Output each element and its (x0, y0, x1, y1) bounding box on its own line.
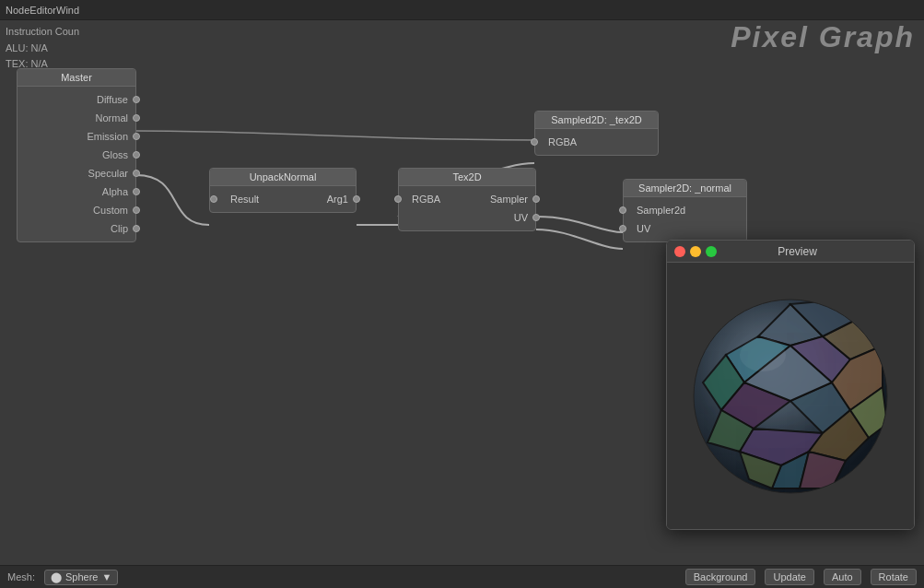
preview-content (667, 263, 914, 529)
sampler2d-header: Sampler2D: _normal (624, 180, 746, 197)
tex2d-header: Tex2D (399, 169, 535, 186)
background-button[interactable]: Background (685, 569, 756, 585)
node-canvas: Master Diffuse Normal Emission Gloss Spe… (0, 20, 924, 553)
tex2d-uv-row: UV (399, 208, 535, 227)
unpacknormal-header: UnpackNormal (210, 169, 356, 186)
alpha-output-port[interactable] (133, 188, 140, 195)
sphere-icon: ⬤ (51, 571, 62, 583)
master-port-emission: Emission (18, 127, 135, 146)
tex2d-rgba-input-port[interactable] (394, 195, 402, 203)
clip-output-port[interactable] (133, 225, 140, 232)
unpacknormal-body: Result Arg1 (210, 186, 356, 212)
sampler2d-sampler-input-port[interactable] (619, 206, 626, 214)
arg1-output-port[interactable] (353, 195, 360, 203)
sampler2d-body: Sampler2d UV (624, 197, 746, 241)
close-button[interactable] (674, 246, 685, 257)
auto-button[interactable]: Auto (824, 569, 861, 585)
sampler2d-node[interactable]: Sampler2D: _normal Sampler2d UV (623, 179, 747, 242)
master-port-normal: Normal (18, 109, 135, 127)
svg-point-19 (740, 338, 786, 371)
tex2d-uv-output-port[interactable] (532, 214, 540, 221)
custom-output-port[interactable] (133, 206, 140, 214)
info-line2: ALU: N/A (6, 41, 79, 57)
master-port-custom: Custom (18, 201, 135, 219)
sampled2d-rgba-row: RGBA (535, 133, 658, 151)
tex2d-node[interactable]: Tex2D RGBA Sampler UV (398, 168, 536, 231)
tex2d-body: RGBA Sampler UV (399, 186, 535, 230)
sampled2d-header: Sampled2D: _tex2D (535, 112, 658, 129)
gloss-output-port[interactable] (133, 151, 140, 159)
app-title: Pixel Graph (731, 20, 915, 54)
sampler2d-sampler2d-row: Sampler2d (624, 201, 746, 219)
sampled2d-rgba-input-port[interactable] (531, 138, 538, 146)
tex2d-rgba-row: RGBA Sampler (399, 190, 535, 208)
sampled2d-node[interactable]: Sampled2D: _tex2D RGBA (534, 111, 659, 156)
diffuse-output-port[interactable] (133, 96, 140, 103)
sampler2d-uv-input-port[interactable] (619, 225, 626, 232)
master-port-alpha: Alpha (18, 182, 135, 201)
preview-window: Preview (666, 240, 915, 530)
preview-titlebar: Preview (667, 241, 914, 263)
top-bar-title: NodeEditorWind (6, 5, 79, 16)
specular-output-port[interactable] (133, 170, 140, 177)
rotate-button[interactable]: Rotate (871, 569, 917, 585)
info-panel: Instruction Coun ALU: N/A TEX: N/A (0, 20, 85, 76)
master-port-diffuse: Diffuse (18, 90, 135, 109)
unpacknormal-row: Result Arg1 (210, 190, 356, 208)
mesh-dropdown-icon: ▼ (101, 571, 111, 582)
mesh-selector[interactable]: ⬤ Sphere ▼ (44, 570, 118, 585)
master-port-gloss: Gloss (18, 146, 135, 164)
unpacknormal-node[interactable]: UnpackNormal Result Arg1 (209, 168, 357, 213)
sampler2d-uv-row: UV (624, 219, 746, 238)
normal-output-port[interactable] (133, 114, 140, 122)
master-port-clip: Clip (18, 219, 135, 238)
preview-sphere (689, 295, 892, 498)
master-node[interactable]: Master Diffuse Normal Emission Gloss Spe… (17, 68, 136, 242)
sampled2d-body: RGBA (535, 129, 658, 155)
update-button[interactable]: Update (765, 569, 813, 585)
tex2d-sampler-output-port[interactable] (532, 195, 540, 203)
sphere-svg (689, 295, 892, 498)
info-line3: TEX: N/A (6, 56, 79, 73)
mesh-label: Mesh: (7, 571, 35, 582)
master-port-specular: Specular (18, 164, 135, 182)
mesh-value: Sphere (65, 571, 98, 582)
top-bar: NodeEditorWind (0, 0, 924, 20)
emission-output-port[interactable] (133, 133, 140, 140)
bottom-bar: Mesh: ⬤ Sphere ▼ Background Update Auto … (0, 565, 924, 588)
preview-title: Preview (688, 245, 906, 258)
info-line1: Instruction Coun (6, 24, 79, 41)
master-node-body: Diffuse Normal Emission Gloss Specular A… (18, 87, 135, 241)
result-input-port[interactable] (210, 195, 217, 203)
